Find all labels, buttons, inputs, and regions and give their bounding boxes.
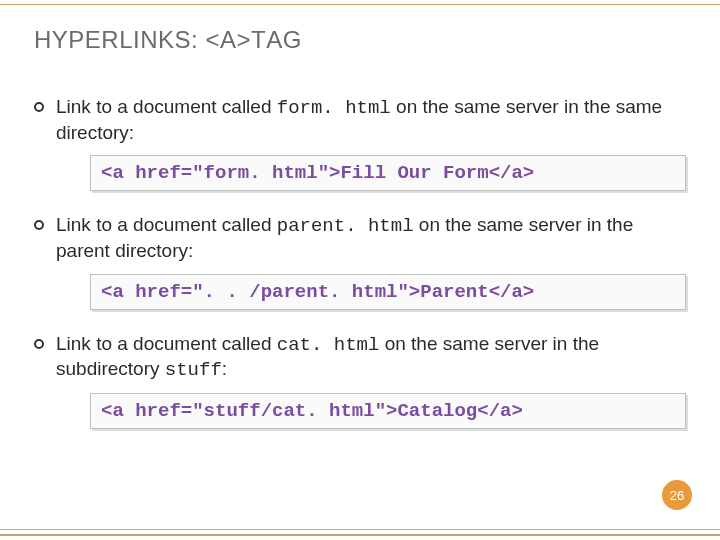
page-number-badge: 26 (662, 480, 692, 510)
bullet-text: Link to a document called cat. html on t… (56, 332, 686, 383)
code-box: <a href="stuff/cat. html">Catalog</a> (90, 393, 686, 429)
page-number: 26 (670, 488, 684, 503)
bullet-text: Link to a document called form. html on … (56, 95, 686, 145)
list-item: Link to a document called form. html on … (34, 95, 686, 145)
title-a: A (220, 26, 237, 53)
list-item: Link to a document called cat. html on t… (34, 332, 686, 383)
title-close: >T (236, 26, 266, 53)
bullet-text: Link to a document called parent. html o… (56, 213, 686, 263)
inline-code: cat. html (277, 334, 380, 356)
content-area: Link to a document called form. html on … (34, 95, 686, 451)
inline-code: form. html (277, 97, 391, 119)
list-item: Link to a document called parent. html o… (34, 213, 686, 263)
bottom-border-thin (0, 529, 720, 530)
title-ag: AG (266, 26, 302, 53)
slide-title: HYPERLINKS: <A>TAG (34, 26, 302, 54)
inline-code: stuff (165, 359, 222, 381)
text-part: Link to a document called (56, 96, 277, 117)
title-h: H (34, 26, 52, 53)
text-part: : (222, 358, 227, 379)
bottom-border-thick (0, 534, 720, 536)
bullet-icon (34, 339, 44, 349)
bullet-icon (34, 220, 44, 230)
code-box: <a href="form. html">Fill Our Form</a> (90, 155, 686, 191)
bullet-icon (34, 102, 44, 112)
title-sep: : < (191, 26, 220, 53)
text-part: Link to a document called (56, 333, 277, 354)
title-hyperlinks: YPERLINKS (52, 26, 191, 53)
inline-code: parent. html (277, 215, 414, 237)
top-border (0, 4, 720, 5)
text-part: Link to a document called (56, 214, 277, 235)
slide: HYPERLINKS: <A>TAG Link to a document ca… (0, 0, 720, 540)
code-box: <a href=". . /parent. html">Parent</a> (90, 274, 686, 310)
